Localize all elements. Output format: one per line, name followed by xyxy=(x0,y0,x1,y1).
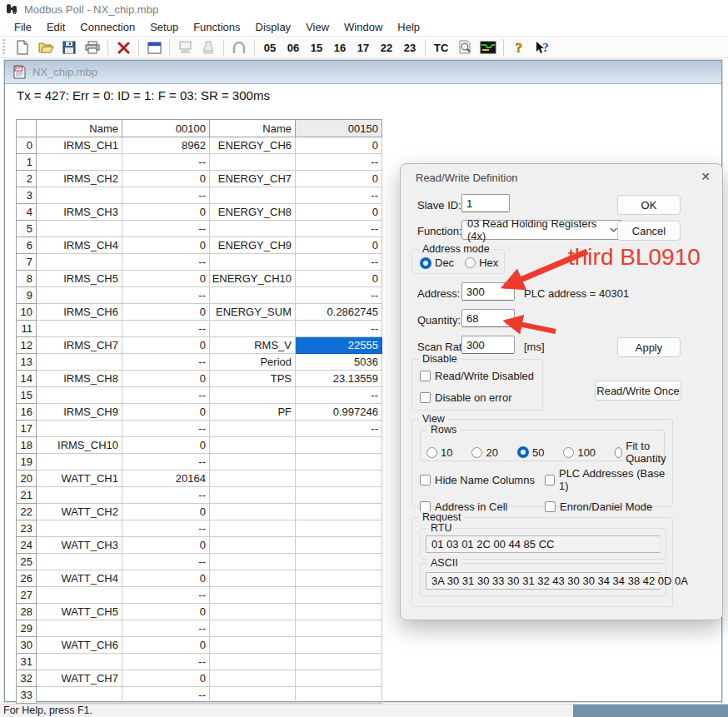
grid-cell[interactable] xyxy=(37,520,122,537)
grid-cell[interactable] xyxy=(210,421,296,437)
row-header-cell[interactable]: 12 xyxy=(17,337,37,354)
grid-cell[interactable]: WATT_CH2 xyxy=(37,504,122,520)
quantity-input[interactable] xyxy=(461,309,515,327)
radio-50[interactable]: 50 xyxy=(517,440,544,465)
grid-cell[interactable]: 8962 xyxy=(122,137,210,154)
radio-hex[interactable]: Hex xyxy=(465,256,498,269)
grid-cell[interactable] xyxy=(210,287,296,304)
row-header-cell[interactable]: 28 xyxy=(17,604,37,620)
row-header-cell[interactable]: 32 xyxy=(17,670,37,687)
grid-cell[interactable]: -- xyxy=(122,387,210,404)
grid-cell[interactable]: -- xyxy=(122,587,210,604)
monitor-icon[interactable] xyxy=(176,38,194,57)
grid-cell[interactable]: 0 xyxy=(122,171,210,187)
row-header-cell[interactable]: 15 xyxy=(17,387,37,404)
function-05-button[interactable]: 05 xyxy=(261,42,279,54)
grid-cell[interactable]: 0 xyxy=(122,537,210,554)
row-header-cell[interactable]: 29 xyxy=(17,620,37,637)
grid-cell[interactable] xyxy=(37,487,122,504)
grid-cell[interactable] xyxy=(37,254,122,271)
grid-cell[interactable]: 0 xyxy=(122,504,210,520)
cancel-button[interactable]: Cancel xyxy=(617,221,681,241)
row-header-cell[interactable]: 18 xyxy=(17,437,37,454)
grid-cell[interactable] xyxy=(37,654,122,670)
grid-cell[interactable] xyxy=(296,471,382,487)
grid-cell[interactable] xyxy=(210,654,296,670)
grid-col-header[interactable]: 00150 xyxy=(296,120,382,137)
checkbox-enron-daniel-mode[interactable]: Enron/Daniel Mode xyxy=(545,500,666,513)
menu-item-display[interactable]: Display xyxy=(248,19,299,35)
grid-cell[interactable]: 0 xyxy=(296,237,382,254)
menu-item-edit[interactable]: Edit xyxy=(39,19,72,35)
grid-cell[interactable]: WATT_CH6 xyxy=(37,637,122,654)
help-icon[interactable]: ? xyxy=(510,38,528,57)
grid-cell[interactable]: 0.2862745 xyxy=(296,304,382,321)
grid-cell[interactable] xyxy=(296,454,382,471)
grid-cell[interactable]: ENERGY_CH7 xyxy=(210,171,296,187)
ok-button[interactable]: OK xyxy=(617,195,681,215)
grid-cell[interactable] xyxy=(296,520,382,537)
grid-cell[interactable]: -- xyxy=(296,221,382,237)
grid-cell[interactable]: WATT_CH5 xyxy=(37,604,122,620)
grid-cell[interactable] xyxy=(210,520,296,537)
grid-cell[interactable]: 0 xyxy=(122,337,210,354)
grid-cell[interactable]: IRMS_CH10 xyxy=(37,437,122,454)
grid-cell[interactable]: WATT_CH4 xyxy=(37,570,122,587)
row-header-cell[interactable]: 20 xyxy=(17,471,37,487)
new-file-icon[interactable] xyxy=(13,38,32,57)
grid-cell[interactable] xyxy=(296,487,382,504)
document-title-bar[interactable]: NX_chip.mbp xyxy=(5,61,721,84)
menu-item-help[interactable]: Help xyxy=(390,19,427,35)
function-15-button[interactable]: 15 xyxy=(307,42,326,54)
row-header-cell[interactable]: 9 xyxy=(17,287,37,304)
grid-cell[interactable] xyxy=(210,504,296,520)
grid-cell[interactable]: -- xyxy=(122,454,210,471)
row-header-cell[interactable]: 2 xyxy=(17,171,37,187)
grid-cell[interactable] xyxy=(37,354,122,371)
menu-item-functions[interactable]: Functions xyxy=(186,19,247,35)
grid-cell[interactable] xyxy=(210,387,296,404)
grid-cell[interactable]: 0 xyxy=(122,304,210,321)
grid-cell[interactable] xyxy=(37,187,122,204)
grid-cell[interactable] xyxy=(37,221,122,237)
grid-cell[interactable]: Period xyxy=(210,354,296,371)
grid-cell[interactable] xyxy=(210,670,296,687)
grid-cell[interactable]: -- xyxy=(122,154,210,171)
row-header-cell[interactable]: 25 xyxy=(17,554,37,570)
grid-cell[interactable] xyxy=(210,637,296,654)
grid-cell[interactable] xyxy=(296,687,382,704)
function-17-button[interactable]: 17 xyxy=(354,42,372,54)
disconnect-icon[interactable] xyxy=(114,38,132,57)
read-write-once-button[interactable]: Read/Write Once xyxy=(595,381,681,401)
row-header-cell[interactable]: 3 xyxy=(17,187,37,204)
grid-cell[interactable]: IRMS_CH1 xyxy=(37,137,122,154)
grid-cell[interactable] xyxy=(37,287,122,304)
grid-cell[interactable]: -- xyxy=(122,654,210,670)
grid-cell[interactable]: -- xyxy=(122,321,210,337)
checkbox-plc-addresses-base-1[interactable]: PLC Addresses (Base 1) xyxy=(545,467,666,492)
row-header-cell[interactable]: 5 xyxy=(17,221,37,237)
menu-item-file[interactable]: File xyxy=(7,19,39,35)
grid-cell[interactable]: IRMS_CH7 xyxy=(37,337,122,354)
radio-20[interactable]: 20 xyxy=(471,440,497,465)
grid-cell[interactable]: WATT_CH1 xyxy=(37,471,122,487)
grid-cell[interactable] xyxy=(210,187,296,204)
row-header-cell[interactable]: 21 xyxy=(17,487,37,504)
grid-cell[interactable]: IRMS_CH2 xyxy=(37,171,122,187)
row-header-cell[interactable]: 27 xyxy=(17,587,37,604)
test-center-button[interactable]: TC xyxy=(431,42,451,54)
grid-cell[interactable]: PF xyxy=(210,404,296,421)
close-icon[interactable]: ✕ xyxy=(701,170,711,183)
grid-cell[interactable] xyxy=(37,620,122,637)
radio-fit-to-quantity[interactable]: Fit to Quantity xyxy=(615,440,669,465)
grid-cell[interactable]: 0 xyxy=(296,137,382,154)
grid-cell[interactable]: 0 xyxy=(122,271,210,287)
grid-cell[interactable]: 0 xyxy=(296,271,382,287)
grid-cell[interactable] xyxy=(37,554,122,570)
grid-cell[interactable] xyxy=(296,620,382,637)
row-header-cell[interactable]: 17 xyxy=(17,421,37,437)
grid-col-header[interactable] xyxy=(17,120,37,137)
function-22-button[interactable]: 22 xyxy=(377,42,396,54)
grid-cell[interactable]: -- xyxy=(296,387,382,404)
grid-cell[interactable]: 0 xyxy=(122,437,210,454)
